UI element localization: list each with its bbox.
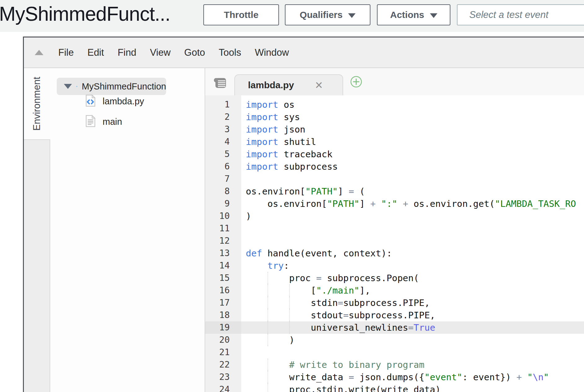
line-number[interactable]: 19 bbox=[205, 321, 241, 334]
line-number[interactable]: 7 bbox=[205, 173, 241, 185]
code-line[interactable]: 18 stdout=subprocess.PIPE, bbox=[205, 309, 584, 321]
code-line-text[interactable]: os.environ["PATH"] + ":" + os.environ.ge… bbox=[241, 198, 584, 210]
tab-lambda-py[interactable]: lambda.py × bbox=[234, 74, 343, 95]
line-number[interactable]: 16 bbox=[205, 284, 241, 297]
code-line-text[interactable]: proc = subprocess.Popen( bbox=[241, 272, 584, 284]
code-line[interactable]: 20 ) bbox=[205, 334, 584, 346]
code-line[interactable]: 21 bbox=[205, 346, 584, 359]
tab-list-icon[interactable] bbox=[214, 77, 227, 90]
code-line[interactable]: 2import sys bbox=[205, 111, 584, 123]
code-line[interactable]: 8os.environ["PATH"] = ( bbox=[205, 185, 584, 198]
line-number[interactable]: 12 bbox=[205, 235, 241, 247]
code-line-text[interactable]: ) bbox=[241, 210, 584, 222]
menu-item-find[interactable]: Find bbox=[117, 47, 136, 58]
code-line-text[interactable]: import traceback bbox=[241, 148, 584, 160]
line-number[interactable]: 2 bbox=[205, 111, 241, 123]
tree-file-main[interactable]: main bbox=[50, 113, 205, 130]
line-number[interactable]: 23 bbox=[205, 371, 241, 383]
code-line[interactable]: 19 universal_newlines=True bbox=[205, 321, 584, 334]
code-line-text[interactable]: import shutil bbox=[241, 136, 584, 148]
code-line-text[interactable]: write_data = json.dumps({"event": event}… bbox=[241, 371, 584, 383]
code-line[interactable]: 4import shutil bbox=[205, 136, 584, 148]
indent-guide bbox=[268, 272, 268, 284]
code-line[interactable]: 12 bbox=[205, 235, 584, 247]
line-number[interactable]: 24 bbox=[205, 383, 241, 392]
code-line[interactable]: 1import os bbox=[205, 98, 584, 111]
code-line-text[interactable]: import subprocess bbox=[241, 160, 584, 173]
code-line-text[interactable]: def handle(event, context): bbox=[241, 247, 584, 259]
line-number[interactable]: 22 bbox=[205, 359, 241, 371]
code-line-text[interactable]: os.environ["PATH"] = ( bbox=[241, 185, 584, 198]
line-number[interactable]: 8 bbox=[205, 185, 241, 198]
line-number[interactable]: 6 bbox=[205, 160, 241, 173]
close-tab-icon[interactable]: × bbox=[315, 79, 323, 92]
tree-file-lambda[interactable]: lambda.py bbox=[50, 93, 205, 110]
menu-item-edit[interactable]: Edit bbox=[87, 47, 104, 58]
code-line[interactable]: 13def handle(event, context): bbox=[205, 247, 584, 259]
indent-guide bbox=[289, 309, 290, 321]
line-number[interactable]: 9 bbox=[205, 198, 241, 210]
code-line-text[interactable]: # write to binary program bbox=[241, 359, 584, 371]
code-line[interactable]: 22 # write to binary program bbox=[205, 359, 584, 371]
menu-item-tools[interactable]: Tools bbox=[219, 47, 241, 58]
code-line-text[interactable]: import sys bbox=[241, 111, 584, 123]
code-line[interactable]: 24 proc.stdin.write(write_data) bbox=[205, 383, 584, 392]
line-number[interactable]: 1 bbox=[205, 98, 241, 111]
tab-bar: lambda.py × bbox=[205, 68, 584, 95]
code-line[interactable]: 10) bbox=[205, 210, 584, 222]
code-line-text[interactable] bbox=[241, 235, 584, 247]
code-line[interactable]: 3import json bbox=[205, 123, 584, 136]
code-line[interactable]: 5import traceback bbox=[205, 148, 584, 160]
code-line-text[interactable]: universal_newlines=True bbox=[241, 321, 584, 334]
code-line-text[interactable]: import os bbox=[241, 98, 584, 111]
throttle-button[interactable]: Throttle bbox=[203, 4, 279, 25]
code-line-text[interactable]: stdout=subprocess.PIPE, bbox=[241, 309, 584, 321]
code-line-text[interactable]: proc.stdin.write(write_data) bbox=[241, 383, 584, 392]
code-line-text[interactable]: ) bbox=[241, 334, 584, 346]
collapse-pane-icon[interactable] bbox=[35, 50, 43, 55]
qualifiers-button[interactable]: Qualifiers bbox=[285, 4, 370, 25]
code-line-text[interactable] bbox=[241, 173, 584, 185]
code-line-text[interactable]: import json bbox=[241, 123, 584, 136]
line-number[interactable]: 5 bbox=[205, 148, 241, 160]
tree-file-label: main bbox=[103, 117, 122, 127]
actions-button[interactable]: Actions bbox=[377, 4, 450, 25]
code-line-text[interactable]: try: bbox=[241, 259, 584, 272]
code-line-text[interactable]: stdin=subprocess.PIPE, bbox=[241, 297, 584, 309]
line-number[interactable]: 20 bbox=[205, 334, 241, 346]
line-number[interactable]: 3 bbox=[205, 123, 241, 136]
test-event-select[interactable]: Select a test event bbox=[457, 4, 584, 25]
menu-item-goto[interactable]: Goto bbox=[184, 47, 205, 58]
code-line[interactable]: 15 proc = subprocess.Popen( bbox=[205, 272, 584, 284]
line-number[interactable]: 11 bbox=[205, 222, 241, 235]
code-line[interactable]: 16 ["./main"], bbox=[205, 284, 584, 297]
menu-item-file[interactable]: File bbox=[58, 47, 74, 58]
new-tab-plus-icon[interactable] bbox=[350, 76, 362, 89]
code-line[interactable]: 6import subprocess bbox=[205, 160, 584, 173]
line-number[interactable]: 15 bbox=[205, 272, 241, 284]
code-line[interactable]: 9 os.environ["PATH"] + ":" + os.environ.… bbox=[205, 198, 584, 210]
code-line-text[interactable] bbox=[241, 222, 584, 235]
line-number[interactable]: 18 bbox=[205, 309, 241, 321]
code-line[interactable]: 14 try: bbox=[205, 259, 584, 272]
line-number[interactable]: 4 bbox=[205, 136, 241, 148]
code-line[interactable]: 11 bbox=[205, 222, 584, 235]
environment-tab[interactable]: Environment bbox=[24, 68, 50, 140]
menu-item-window[interactable]: Window bbox=[255, 47, 289, 58]
line-number[interactable]: 14 bbox=[205, 259, 241, 272]
code-area[interactable]: 1import os2import sys3import json4import… bbox=[205, 95, 584, 392]
menu-item-view[interactable]: View bbox=[150, 47, 171, 58]
line-number[interactable]: 13 bbox=[205, 247, 241, 259]
menu-bar: FileEditFindViewGotoToolsWindow bbox=[24, 37, 584, 68]
code-line-text[interactable]: ["./main"], bbox=[241, 284, 584, 297]
line-number[interactable]: 10 bbox=[205, 210, 241, 222]
line-number[interactable]: 17 bbox=[205, 297, 241, 309]
code-line[interactable]: 7 bbox=[205, 173, 584, 185]
code-line[interactable]: 17 stdin=subprocess.PIPE, bbox=[205, 297, 584, 309]
code-line-text[interactable] bbox=[241, 346, 584, 359]
line-number[interactable]: 21 bbox=[205, 346, 241, 359]
test-event-placeholder: Select a test event bbox=[469, 9, 548, 20]
tree-folder-row[interactable]: MyShimmedFunction bbox=[57, 78, 166, 95]
folder-expanded-caret-icon[interactable] bbox=[64, 84, 72, 89]
code-line[interactable]: 23 write_data = json.dumps({"event": eve… bbox=[205, 371, 584, 383]
